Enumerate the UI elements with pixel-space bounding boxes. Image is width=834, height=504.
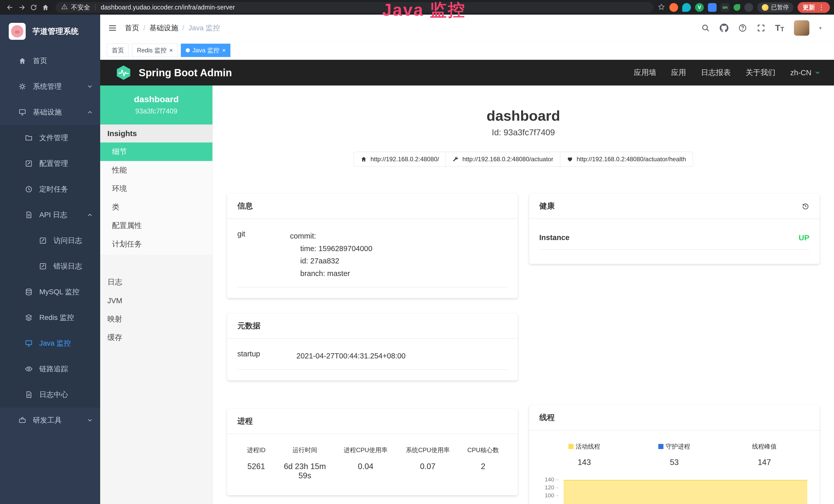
sba-item-details[interactable]: 细节 — [100, 142, 213, 161]
sidebar-item-java-monitor[interactable]: Java 监控 — [0, 330, 100, 356]
font-size-icon[interactable]: TT — [775, 23, 784, 33]
chevron-down-icon — [814, 70, 821, 76]
sidebar-item-error-logs[interactable]: 错误日志 — [0, 253, 100, 279]
sidebar-item-file-management[interactable]: 文件管理 — [0, 125, 100, 151]
legend-peak-threads: 线程峰值 147 — [720, 442, 810, 467]
sidebar-item-access-logs[interactable]: 访问日志 — [0, 228, 100, 253]
sba-content: dashboard Id: 93a3fc7f7409 http://192.16… — [213, 86, 834, 504]
instance-health-link[interactable]: http://192.168.0.2:48080/actuator/health — [560, 152, 693, 167]
browser-home-icon[interactable] — [40, 2, 51, 13]
update-button[interactable]: 更新 ⋮ — [797, 2, 830, 13]
infrastructure-submenu: 文件管理 配置管理 定时任务 API 日志 — [0, 125, 100, 408]
info-card: 信息 git commit: time: 1596289704000 — [227, 193, 518, 298]
y-axis-tick: 100 — [540, 492, 558, 499]
nav-about[interactable]: 关于我们 — [746, 68, 775, 78]
extension-fox-icon[interactable] — [670, 3, 678, 12]
extension-grid-icon[interactable] — [708, 3, 717, 12]
github-icon[interactable] — [720, 24, 728, 32]
breadcrumb-current: Java 监控 — [189, 23, 220, 33]
sidebar-item-log-center[interactable]: 日志中心 — [0, 382, 100, 408]
nav-journal[interactable]: 日志报表 — [701, 68, 731, 78]
sidebar-item-config-management[interactable]: 配置管理 — [0, 151, 100, 176]
instance-name: dashboard — [103, 94, 210, 104]
sba-logo-icon — [115, 65, 132, 81]
threads-card-header: 线程 — [529, 405, 820, 431]
app-logo[interactable]: 芋道管理系统 — [0, 15, 100, 48]
instance-base-link[interactable]: http://192.168.0.2:48080/ — [354, 152, 446, 167]
sidebar-item-trace[interactable]: 链路追踪 — [0, 356, 100, 382]
process-cpu: 进程CPU使用率 0.04 — [335, 446, 397, 480]
security-warning-icon[interactable] — [61, 3, 68, 12]
nav-applications[interactable]: 应用 — [671, 68, 686, 78]
sba-brand[interactable]: Spring Boot Admin — [115, 65, 232, 81]
address-bar[interactable]: 不安全 dashboard.yudao.iocoder.cn/infra/adm… — [56, 2, 654, 13]
app-sidebar-menu: 首页 系统管理 基础设施 文件管理 — [0, 48, 100, 504]
sba-item-config-props[interactable]: 配置属性 — [100, 216, 213, 235]
avatar[interactable] — [794, 20, 809, 36]
chevron-up-icon — [87, 212, 93, 218]
tags-bar: 首页 Redis 监控 × Java 监控 × — [100, 41, 834, 60]
fullscreen-icon[interactable] — [757, 24, 765, 32]
history-icon[interactable] — [802, 202, 809, 210]
sba-nav-links: 应用墙 应用 日志报表 关于我们 zh-CN — [634, 68, 821, 78]
extension-leaf-icon[interactable] — [733, 4, 740, 11]
extension-puzzle-icon[interactable] — [744, 3, 753, 12]
sidebar-item-scheduled-tasks[interactable]: 定时任务 — [0, 176, 100, 202]
nav-wallboard[interactable]: 应用墙 — [634, 68, 656, 78]
app-sidebar: 芋道管理系统 首页 系统管理 基础设施 — [0, 15, 100, 504]
avatar-caret-icon[interactable]: ▾ — [819, 25, 822, 31]
health-card-header: 健康 — [529, 193, 820, 219]
sba-instance-header[interactable]: dashboard 93a3fc7f7409 — [100, 86, 213, 124]
tab-home[interactable]: 首页 — [107, 44, 129, 57]
sba-sidebar: dashboard 93a3fc7f7409 Insights 细节 性能 环境… — [100, 86, 213, 504]
bookmark-star-icon[interactable] — [658, 3, 665, 12]
sba-item-scheduled-tasks[interactable]: 计划任务 — [100, 235, 213, 253]
sidebar-item-redis-monitor[interactable]: Redis 监控 — [0, 305, 100, 330]
reload-icon[interactable] — [28, 2, 40, 13]
tab-redis-monitor[interactable]: Redis 监控 × — [132, 44, 178, 57]
sba-item-logs[interactable]: 日志 — [100, 273, 213, 292]
gear-icon — [18, 83, 27, 90]
paused-badge[interactable]: 已暂停 — [757, 2, 793, 13]
sidebar-item-dev-tools[interactable]: 研发工具 — [0, 408, 100, 433]
search-icon[interactable] — [701, 24, 710, 32]
header-actions: TT ▾ — [701, 20, 822, 36]
document-icon — [24, 211, 33, 219]
sidebar-item-home[interactable]: 首页 — [0, 48, 100, 74]
tab-java-monitor[interactable]: Java 监控 × — [181, 44, 231, 57]
sba-item-environment[interactable]: 环境 — [100, 180, 213, 198]
sba-item-classes[interactable]: 类 — [100, 198, 213, 216]
sidebar-item-mysql-monitor[interactable]: MySQL 监控 — [0, 279, 100, 305]
back-icon[interactable] — [4, 2, 16, 13]
hamburger-icon[interactable] — [100, 15, 125, 41]
document-icon — [24, 391, 33, 398]
chevron-up-icon — [87, 109, 93, 115]
sidebar-item-infrastructure[interactable]: 基础设施 — [0, 99, 100, 125]
sba-section-insights: Insights — [100, 124, 213, 142]
locale-select[interactable]: zh-CN — [790, 69, 821, 77]
process-table: 进程ID 5261 运行时间 6d 23h 15m 59s — [237, 445, 507, 484]
sba-navbar: Spring Boot Admin 应用墙 应用 日志报表 关于我们 zh-CN — [100, 60, 834, 86]
instance-id-line: Id: 93a3fc7f7409 — [213, 128, 834, 137]
sidebar-item-system-management[interactable]: 系统管理 — [0, 74, 100, 99]
breadcrumb-infrastructure: 基础设施 — [150, 23, 178, 33]
extension-check-icon[interactable]: V — [695, 3, 704, 12]
sba-item-caches[interactable]: 缓存 — [100, 328, 213, 347]
instance-actuator-link[interactable]: http://192.168.0.2:48080/actuator — [446, 152, 560, 167]
forward-icon[interactable] — [16, 2, 28, 13]
process-card: 进程 进程ID 5261 — [227, 409, 518, 495]
close-icon[interactable]: × — [222, 47, 225, 53]
extension-drop-icon[interactable] — [682, 3, 691, 12]
breadcrumb-home[interactable]: 首页 — [125, 23, 139, 33]
help-icon[interactable] — [738, 24, 747, 32]
close-icon[interactable]: × — [169, 47, 173, 53]
sba-item-mappings[interactable]: 映射 — [100, 310, 213, 328]
sba-item-metrics[interactable]: 性能 — [100, 161, 213, 180]
annotation-java-monitor: Java 监控 — [382, 1, 466, 19]
sba-item-jvm[interactable]: JVM — [100, 292, 213, 310]
process-pid: 进程ID 5261 — [237, 446, 275, 480]
browser-menu-icon[interactable]: ⋮ — [818, 3, 825, 11]
extension-on-icon[interactable]: on — [721, 3, 729, 12]
sidebar-item-api-logs[interactable]: API 日志 — [0, 202, 100, 228]
breadcrumb: 首页 / 基础设施 / Java 监控 — [125, 23, 220, 33]
